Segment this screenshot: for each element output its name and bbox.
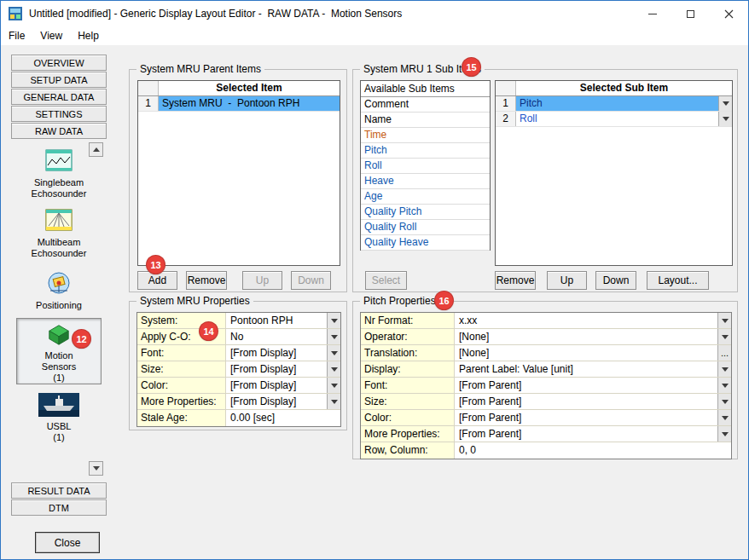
dropdown-arrow-icon[interactable] <box>327 361 340 377</box>
property-value: [From Display] <box>226 378 327 393</box>
property-value: Parent Label: Value [unit] <box>455 361 717 377</box>
sidebar-item-motion-sensors[interactable]: Motion Sensors (1) <box>16 318 102 384</box>
arrow-down-icon <box>723 117 729 121</box>
arrow-down-icon <box>722 400 729 404</box>
dropdown-arrow-icon[interactable] <box>327 394 340 409</box>
maximize-icon <box>687 10 694 18</box>
property-label: Display: <box>361 361 455 377</box>
row-number-header <box>496 81 516 95</box>
list-header: Available Sub Items <box>361 81 490 97</box>
size-dropdown[interactable]: [From Parent] <box>455 394 731 409</box>
stale-age-field[interactable]: 0.00 [sec] <box>226 410 340 426</box>
mru-properties-group: System MRU Properties 14 System: Pontoon… <box>129 301 347 430</box>
dropdown-arrow-icon[interactable] <box>718 112 732 126</box>
dropdown-arrow-icon[interactable] <box>717 410 731 425</box>
layout-button[interactable]: Layout... <box>647 271 709 290</box>
arrow-down-icon <box>723 101 729 106</box>
dropdown-arrow-icon[interactable] <box>717 378 731 393</box>
property-value: No <box>226 329 327 344</box>
dropdown-arrow-icon[interactable] <box>327 378 340 393</box>
sidebar-item-dtm[interactable]: DTM <box>11 499 107 516</box>
close-button[interactable]: Close <box>35 532 100 553</box>
step-badge-15: 15 <box>462 58 480 76</box>
window-title: Untitled [modified] - Generic Display La… <box>29 8 402 20</box>
menu-view[interactable]: View <box>32 27 70 44</box>
sidebar-item-overview[interactable]: OVERVIEW <box>11 55 107 71</box>
window: Untitled [modified] - Generic Display La… <box>0 0 749 560</box>
sidebar-item-multibeam-echosounder[interactable]: Multibeam Echosounder <box>16 205 102 260</box>
more-properties-dropdown[interactable]: [From Parent] <box>455 426 731 442</box>
apply-co-dropdown[interactable]: No <box>226 329 340 344</box>
font-dropdown[interactable]: [From Parent] <box>455 378 731 393</box>
table-row[interactable]: 1 System MRU - Pontoon RPH <box>138 96 340 112</box>
down-subitem-button[interactable]: Down <box>595 271 636 290</box>
list-item[interactable]: Time <box>361 128 490 143</box>
remove-subitem-button[interactable]: Remove <box>495 271 536 290</box>
sidebar-item-raw-data[interactable]: RAW DATA <box>11 123 107 139</box>
property-row: Translation: [None] ... <box>361 345 731 361</box>
color-dropdown[interactable]: [From Display] <box>226 378 340 393</box>
step-badge-16: 16 <box>435 292 453 309</box>
font-dropdown[interactable]: [From Display] <box>226 345 340 361</box>
row-number-header <box>138 81 159 95</box>
menu-help[interactable]: Help <box>70 27 107 44</box>
list-item[interactable]: Quality Roll <box>361 220 490 235</box>
table-header: Selected Item <box>138 81 340 96</box>
list-item[interactable]: Heave <box>361 174 490 189</box>
dropdown-arrow-icon[interactable] <box>327 329 340 344</box>
dropdown-arrow-icon[interactable] <box>717 426 731 442</box>
property-row: Stale Age: 0.00 [sec] <box>137 410 340 426</box>
close-window-button[interactable] <box>710 1 748 26</box>
sidebar-item-setup-data[interactable]: SETUP DATA <box>11 72 107 88</box>
menu-file[interactable]: File <box>1 27 32 44</box>
minimize-icon <box>648 14 657 14</box>
list-item[interactable]: Roll <box>361 159 490 174</box>
property-label: Color: <box>361 410 455 425</box>
dropdown-arrow-icon[interactable] <box>717 394 731 409</box>
row-column-field[interactable]: 0, 0 <box>455 442 731 459</box>
dropdown-arrow-icon[interactable] <box>717 313 731 328</box>
color-dropdown[interactable]: [From Parent] <box>455 410 731 425</box>
sidebar-item-result-data[interactable]: RESULT DATA <box>11 482 107 499</box>
table-empty-area <box>138 112 340 265</box>
nr-format-dropdown[interactable]: x.xx <box>455 313 731 328</box>
remove-button[interactable]: Remove <box>186 271 227 290</box>
list-item[interactable]: Quality Pitch <box>361 205 490 220</box>
list-item[interactable]: Pitch <box>361 143 490 159</box>
maximize-button[interactable] <box>671 1 710 26</box>
ellipsis-button[interactable]: ... <box>717 345 731 361</box>
list-item[interactable]: Age <box>361 189 490 205</box>
add-button[interactable]: Add <box>137 271 177 290</box>
dropdown-arrow-icon[interactable] <box>718 96 732 111</box>
sidebar-item-singlebeam-echosounder[interactable]: Singlebeam Echosounder <box>16 146 102 200</box>
property-label: Operator: <box>361 329 455 344</box>
selected-item-value: System MRU - Pontoon RPH <box>159 96 340 111</box>
translation-field[interactable]: [None] ... <box>455 345 731 361</box>
arrow-down-icon <box>331 319 338 323</box>
minimize-button[interactable] <box>633 1 671 26</box>
more-properties-dropdown[interactable]: [From Display] <box>226 394 340 409</box>
dropdown-arrow-icon[interactable] <box>327 313 340 328</box>
list-item[interactable]: Quality Heave <box>361 235 490 251</box>
operator-dropdown[interactable]: [None] <box>455 329 731 344</box>
dropdown-arrow-icon[interactable] <box>717 329 731 344</box>
sidebar-item-positioning[interactable]: Positioning <box>16 267 102 316</box>
dropdown-arrow-icon[interactable] <box>327 345 340 361</box>
sidebar-item-usbl[interactable]: USBL (1) <box>16 390 102 447</box>
dropdown-arrow-icon[interactable] <box>717 361 731 377</box>
system-dropdown[interactable]: Pontoon RPH <box>226 313 340 328</box>
property-row: System: Pontoon RPH <box>137 313 340 329</box>
parent-items-group: System MRU Parent Items Selected Item 1 … <box>129 69 347 292</box>
up-subitem-button[interactable]: Up <box>547 271 587 290</box>
sidebar-item-general-data[interactable]: GENERAL DATA <box>11 89 107 105</box>
size-dropdown[interactable]: [From Display] <box>226 361 340 377</box>
sidebar-item-settings[interactable]: SETTINGS <box>11 106 107 122</box>
sensor-label: Singlebeam <box>34 177 84 188</box>
table-row[interactable]: 1 Pitch <box>496 96 732 112</box>
property-label: Nr Format: <box>361 313 455 328</box>
list-item[interactable]: Name <box>361 113 490 128</box>
display-dropdown[interactable]: Parent Label: Value [unit] <box>455 361 731 377</box>
scroll-down-button[interactable] <box>89 461 103 476</box>
table-row[interactable]: 2 Roll <box>496 112 732 127</box>
list-item[interactable]: Comment <box>361 97 490 113</box>
